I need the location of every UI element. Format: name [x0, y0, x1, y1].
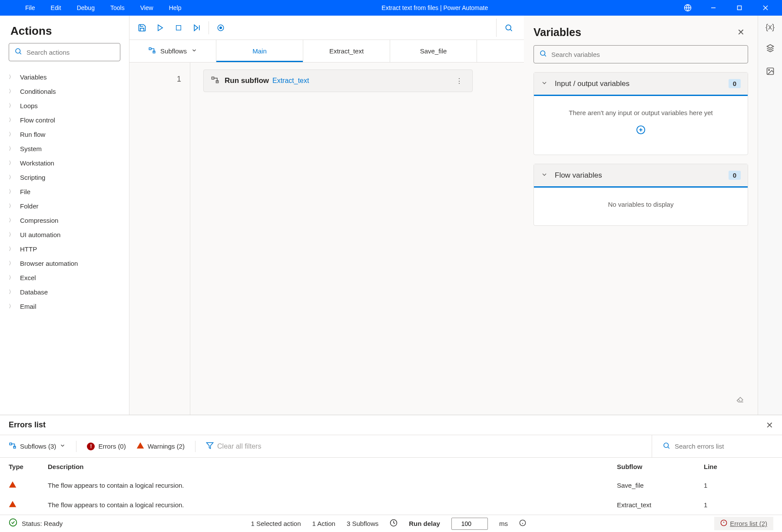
menubar: File Edit Debug Tools View Help [0, 1, 189, 15]
menu-view[interactable]: View [133, 1, 161, 15]
warning-icon [9, 502, 17, 509]
action-category[interactable]: 〉Flow control [3, 113, 126, 127]
menu-edit[interactable]: Edit [43, 1, 69, 15]
action-category[interactable]: 〉Run flow [3, 127, 126, 142]
error-icon: ! [87, 443, 95, 450]
tab-extract-text[interactable]: Extract_text [303, 40, 390, 62]
subflows-filter[interactable]: Subflows (3) [9, 442, 66, 451]
category-label: Excel [20, 274, 36, 281]
error-description: The flow appears to contain a logical re… [48, 501, 617, 509]
action-category[interactable]: 〉Scripting [3, 170, 126, 185]
clear-variables-button[interactable] [533, 395, 748, 408]
flow-variables-header[interactable]: Flow variables 0 [534, 164, 748, 188]
error-line: 1 [704, 501, 773, 509]
minimize-button[interactable] [700, 0, 726, 16]
flow-variables-count: 0 [729, 171, 741, 180]
action-category[interactable]: 〉Database [3, 285, 126, 299]
search-flow-button[interactable] [496, 19, 520, 37]
search-icon [14, 47, 22, 57]
menu-tools[interactable]: Tools [103, 1, 133, 15]
variables-search-input[interactable] [551, 51, 742, 58]
category-label: Compression [20, 217, 58, 224]
io-variables-title: Input / output variables [555, 79, 729, 88]
run-delay-unit: ms [499, 520, 508, 527]
errors-search[interactable] [652, 435, 773, 457]
chevron-right-icon: 〉 [9, 116, 14, 124]
maximize-button[interactable] [726, 0, 752, 16]
action-category[interactable]: 〉Conditionals [3, 84, 126, 99]
actions-search-input[interactable] [27, 49, 115, 56]
titlebar: File Edit Debug Tools View Help Extract … [0, 0, 782, 16]
tab-save-file[interactable]: Save_file [390, 40, 477, 62]
category-label: HTTP [20, 245, 37, 253]
error-row[interactable]: The flow appears to contain a logical re… [0, 495, 782, 515]
step-button[interactable] [188, 19, 206, 37]
svg-rect-13 [149, 48, 151, 50]
tab-main[interactable]: Main [216, 40, 303, 62]
warnings-filter[interactable]: Warnings (2) [136, 442, 185, 451]
category-label: Scripting [20, 174, 45, 181]
variables-search[interactable] [533, 45, 748, 63]
action-category[interactable]: 〉System [3, 142, 126, 156]
category-label: Flow control [20, 116, 55, 124]
variables-panel: Variables ✕ Input / output variables 0 T… [524, 16, 758, 415]
errors-list-link[interactable]: Errors list (2) [714, 517, 773, 530]
actions-search[interactable] [9, 43, 120, 61]
category-label: Workstation [20, 159, 54, 167]
action-card-run-subflow[interactable]: Run subflow Extract_text ⋮ [203, 69, 473, 92]
errors-close-button[interactable]: ✕ [766, 420, 773, 430]
run-delay-input[interactable] [451, 518, 488, 530]
ui-elements-rail-button[interactable] [766, 44, 775, 55]
error-description: The flow appears to contain a logical re… [48, 482, 617, 489]
save-button[interactable] [133, 19, 151, 37]
action-category[interactable]: 〉Email [3, 299, 126, 314]
warnings-filter-label: Warnings (2) [148, 443, 185, 450]
action-subflow-link[interactable]: Extract_text [272, 77, 309, 85]
record-button[interactable] [212, 19, 230, 37]
action-category[interactable]: 〉File [3, 185, 126, 199]
chevron-right-icon: 〉 [9, 217, 14, 224]
clear-filters-button[interactable]: Clear all filters [206, 442, 261, 451]
action-category[interactable]: 〉Workstation [3, 156, 126, 170]
action-category[interactable]: 〉Variables [3, 70, 126, 84]
action-category[interactable]: 〉Browser automation [3, 256, 126, 271]
category-label: Folder [20, 202, 39, 210]
variables-close-button[interactable]: ✕ [734, 25, 748, 39]
info-icon[interactable] [519, 519, 526, 528]
warning-icon [136, 442, 144, 451]
run-button[interactable] [151, 19, 169, 37]
chevron-right-icon: 〉 [9, 73, 14, 81]
io-variables-empty-message: There aren't any input or output variabl… [543, 109, 739, 116]
error-row[interactable]: The flow appears to contain a logical re… [0, 476, 782, 495]
action-category[interactable]: 〉HTTP [3, 242, 126, 256]
images-rail-button[interactable] [766, 67, 775, 78]
warning-icon [9, 482, 17, 490]
subflow-icon [9, 442, 17, 451]
subflows-count: 3 Subflows [347, 520, 378, 527]
menu-debug[interactable]: Debug [69, 1, 103, 15]
add-io-variable-button[interactable] [543, 125, 739, 137]
action-category[interactable]: 〉Folder [3, 199, 126, 213]
category-label: File [20, 188, 30, 195]
stop-button[interactable] [169, 19, 188, 37]
menu-file[interactable]: File [17, 1, 43, 15]
action-menu-button[interactable]: ⋮ [453, 77, 465, 85]
io-variables-header[interactable]: Input / output variables 0 [534, 73, 748, 96]
action-category[interactable]: 〉Compression [3, 213, 126, 228]
menu-help[interactable]: Help [161, 1, 189, 15]
action-category[interactable]: 〉Loops [3, 99, 126, 113]
subflows-filter-label: Subflows (3) [20, 443, 56, 450]
variables-rail-button[interactable]: {x} [765, 23, 775, 32]
chevron-right-icon: 〉 [9, 245, 14, 253]
close-button[interactable] [752, 0, 779, 16]
subflows-dropdown[interactable]: Subflows [129, 40, 216, 62]
action-category[interactable]: 〉UI automation [3, 228, 126, 242]
action-category[interactable]: 〉Excel [3, 271, 126, 285]
errors-search-input[interactable] [675, 443, 773, 450]
account-info[interactable] [680, 4, 695, 12]
svg-marker-25 [207, 443, 213, 449]
errors-filter[interactable]: ! Errors (0) [87, 443, 126, 450]
chevron-right-icon: 〉 [9, 231, 14, 238]
selected-count: 1 Selected action [251, 520, 301, 527]
errors-filter-label: Errors (0) [98, 443, 126, 450]
